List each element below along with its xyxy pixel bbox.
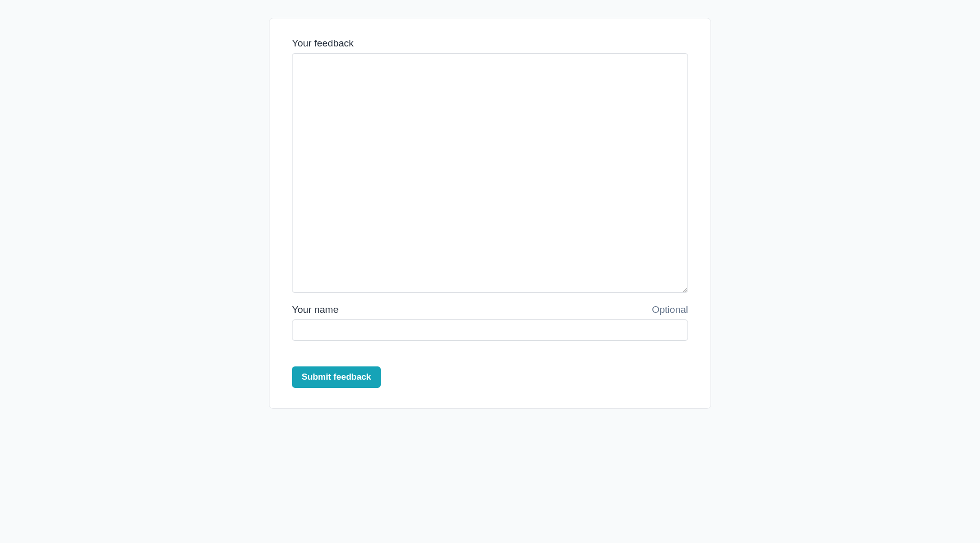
submit-feedback-button[interactable]: Submit feedback	[292, 366, 381, 388]
feedback-card: Your feedback Your name Optional Submit …	[269, 18, 711, 409]
name-field-group: Your name Optional	[292, 304, 688, 341]
name-label-row: Your name Optional	[292, 304, 688, 315]
name-input[interactable]	[292, 319, 688, 341]
feedback-label: Your feedback	[292, 38, 354, 49]
feedback-textarea[interactable]	[292, 53, 688, 293]
feedback-label-row: Your feedback	[292, 38, 688, 49]
name-optional-hint: Optional	[652, 304, 688, 315]
name-label: Your name	[292, 304, 338, 315]
feedback-field-group: Your feedback	[292, 38, 688, 293]
